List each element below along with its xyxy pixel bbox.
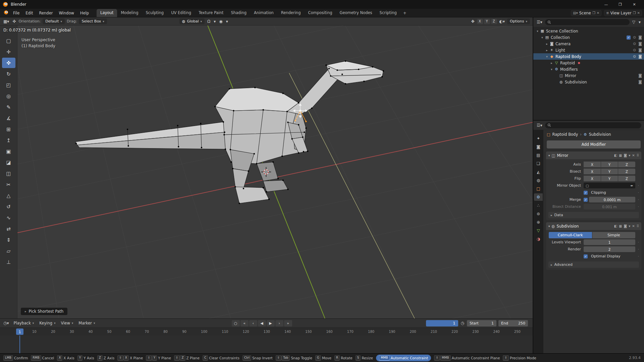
new-view-layer-icon[interactable]: ❐ bbox=[633, 11, 636, 15]
disclosure-icon[interactable]: ▾ bbox=[540, 36, 544, 39]
editor-type-icon[interactable]: ▦▾ bbox=[3, 19, 10, 24]
tab-material[interactable]: ◑ bbox=[534, 235, 543, 243]
operator-panel[interactable]: ▸ Pick Shortest Path bbox=[21, 308, 67, 315]
properties-search-input[interactable] bbox=[545, 122, 641, 128]
add-modifier-button[interactable]: Add Modifier bbox=[547, 140, 641, 148]
outliner-row-modifiers[interactable]: ▾ ⚙ Modifiers bbox=[533, 66, 644, 72]
workspace-tab[interactable]: Scripting bbox=[376, 9, 400, 17]
workspace-tab[interactable]: Layout bbox=[97, 9, 117, 17]
frame-tick[interactable]: 230 bbox=[472, 330, 479, 334]
mirror-object-field[interactable]: ▢✒ bbox=[584, 183, 635, 188]
options-dropdown[interactable]: Options▾ bbox=[507, 18, 530, 24]
disable-render-icon[interactable]: ◙ bbox=[638, 80, 642, 84]
disable-render-icon[interactable]: ◙ bbox=[638, 48, 642, 52]
frame-tick[interactable]: 160 bbox=[326, 330, 333, 334]
realtime-display-icon[interactable]: ▦ bbox=[619, 154, 622, 157]
viewport-3d-scene[interactable] bbox=[0, 25, 533, 318]
3d-viewport[interactable]: ▢✛✜↻◰◎✎∡⊞↥▣◪◫✂△↺∿⇄⇕▱⊥ D: 0.07372 m (0.07… bbox=[0, 25, 533, 318]
disclosure-icon[interactable]: ▸ bbox=[545, 42, 549, 46]
frame-tick[interactable]: 120 bbox=[243, 330, 249, 334]
frame-tick[interactable]: 150 bbox=[305, 330, 312, 334]
timeline-ruler[interactable]: 1020304050607080901001101201301401501601… bbox=[0, 327, 533, 336]
eyedropper-icon[interactable]: ✒ bbox=[630, 184, 633, 188]
blender-app-menu-icon[interactable] bbox=[2, 10, 10, 16]
remove-view-layer-icon[interactable]: ✕ bbox=[637, 11, 640, 15]
move-tool[interactable]: ✜ bbox=[2, 58, 15, 68]
frame-tick[interactable]: 250 bbox=[514, 330, 521, 334]
timeline-track-area[interactable] bbox=[0, 336, 533, 353]
tab-view-layer[interactable]: ❏ bbox=[534, 160, 543, 167]
disable-render-icon[interactable]: ◙ bbox=[638, 42, 642, 46]
scale-tool[interactable]: ◰ bbox=[2, 80, 15, 90]
realtime-display-icon[interactable]: ▦ bbox=[619, 224, 622, 228]
shrink-fatten-tool[interactable]: ⇕ bbox=[2, 235, 15, 245]
extras-dropdown-icon[interactable]: ▾ bbox=[629, 224, 630, 228]
cursor-tool[interactable]: ✛ bbox=[2, 47, 15, 57]
frame-tick[interactable]: 60 bbox=[126, 330, 130, 334]
levels-viewport-field[interactable]: 1 bbox=[584, 239, 635, 245]
animate-dot[interactable]: · bbox=[638, 240, 639, 244]
loop-cut-tool[interactable]: ◫ bbox=[2, 168, 15, 179]
render-levels-field[interactable]: 2 bbox=[584, 246, 635, 252]
tab-modifiers[interactable]: ⚙ bbox=[534, 193, 543, 201]
mirror-panel-header[interactable]: ▾ ◫ Mirror ◧ ▦ ◙ ▾ ✕ ⠿ bbox=[546, 152, 641, 159]
proportional-dropdown-icon[interactable]: ▾ bbox=[225, 19, 229, 24]
frame-tick[interactable]: 20 bbox=[51, 330, 55, 334]
merge-checkbox[interactable] bbox=[584, 198, 588, 202]
play-button[interactable]: ▶ bbox=[267, 320, 275, 326]
minimize-button[interactable]: — bbox=[599, 0, 613, 9]
knife-tool[interactable]: ✂ bbox=[2, 179, 15, 190]
outliner-search-input[interactable] bbox=[545, 19, 630, 25]
edge-slide-tool[interactable]: ⇄ bbox=[2, 224, 15, 234]
frame-tick[interactable]: 40 bbox=[89, 330, 93, 334]
scene-selector[interactable]: ▤▾ Scene ❐ ✕ bbox=[571, 10, 601, 16]
delete-modifier-icon[interactable]: ✕ bbox=[632, 154, 635, 157]
jump-to-end-button[interactable]: » bbox=[284, 320, 292, 326]
bevel-tool[interactable]: ◪ bbox=[2, 157, 15, 168]
disclosure-icon[interactable]: ▸ bbox=[549, 61, 554, 65]
frame-start-field[interactable]: Start1 bbox=[467, 320, 496, 326]
annotate-tool[interactable]: ✎ bbox=[2, 102, 15, 112]
snap-magnet-icon[interactable]: Ω bbox=[207, 19, 211, 24]
mirror-axis-toggle[interactable]: X bbox=[584, 162, 601, 167]
edit-mode-display-icon[interactable]: ◧ bbox=[614, 154, 617, 157]
workspace-tab[interactable]: Geometry Nodes bbox=[336, 9, 376, 17]
tab-particles[interactable]: ∴ bbox=[534, 202, 543, 209]
next-keyframe-button[interactable]: › bbox=[275, 320, 283, 326]
jump-to-start-button[interactable]: « bbox=[240, 320, 249, 326]
merge-threshold-field[interactable]: 0.0001 m bbox=[589, 197, 635, 202]
subdivision-advanced-subpanel[interactable]: ▸ Advanced bbox=[548, 261, 639, 268]
transform-orientation-dropdown[interactable]: ◍Global▾ bbox=[179, 18, 205, 24]
frame-tick[interactable]: 100 bbox=[201, 330, 207, 334]
frame-tick[interactable]: 220 bbox=[451, 330, 458, 334]
unlink-scene-icon[interactable]: ✕ bbox=[597, 11, 599, 15]
orientation-dropdown[interactable]: Default▾ bbox=[43, 18, 65, 24]
measure-tool[interactable]: ∡ bbox=[2, 113, 15, 123]
tab-object-data[interactable]: ▽ bbox=[534, 227, 543, 234]
hide-eye-icon[interactable]: ⊙ bbox=[633, 54, 636, 59]
outliner-editor-type-icon[interactable]: ☰▾ bbox=[536, 20, 543, 24]
outliner-row-light[interactable]: ▸ ☀ Light ⊙◙ bbox=[533, 47, 644, 53]
frame-tick[interactable]: 10 bbox=[32, 330, 37, 334]
menubar-item[interactable]: Window bbox=[56, 10, 77, 16]
frame-tick[interactable]: 50 bbox=[107, 330, 112, 334]
menubar-item[interactable]: File bbox=[10, 10, 22, 16]
axis-lock-toggle[interactable]: X bbox=[477, 19, 483, 24]
frame-end-field[interactable]: End250 bbox=[498, 320, 528, 326]
animate-dot[interactable]: · bbox=[638, 184, 639, 187]
mirror-axis-toggle[interactable]: Z bbox=[618, 162, 635, 167]
workspace-tab[interactable]: Animation bbox=[250, 9, 277, 17]
mirror-bisect-toggle[interactable]: X bbox=[584, 169, 601, 174]
gizmo-icon[interactable]: ✥ bbox=[470, 19, 475, 24]
smooth-tool[interactable]: ∿ bbox=[2, 213, 15, 223]
catmull-clark-button[interactable]: Catmull-Clark bbox=[549, 232, 592, 238]
frame-tick[interactable]: 30 bbox=[70, 330, 74, 334]
frame-tick[interactable]: 180 bbox=[368, 330, 374, 334]
timeline-menu[interactable]: Marker▾ bbox=[76, 320, 98, 326]
outliner-row-camera[interactable]: ▸ ◙ Camera ⊙◙ bbox=[533, 41, 644, 47]
edit-mode-display-icon[interactable]: ◧ bbox=[614, 224, 617, 228]
frame-tick[interactable]: 110 bbox=[222, 330, 228, 334]
use-preview-range-icon[interactable]: ◷ bbox=[460, 321, 465, 325]
add-cube-tool[interactable]: ⊞ bbox=[2, 124, 15, 134]
new-scene-icon[interactable]: ❐ bbox=[592, 11, 595, 15]
